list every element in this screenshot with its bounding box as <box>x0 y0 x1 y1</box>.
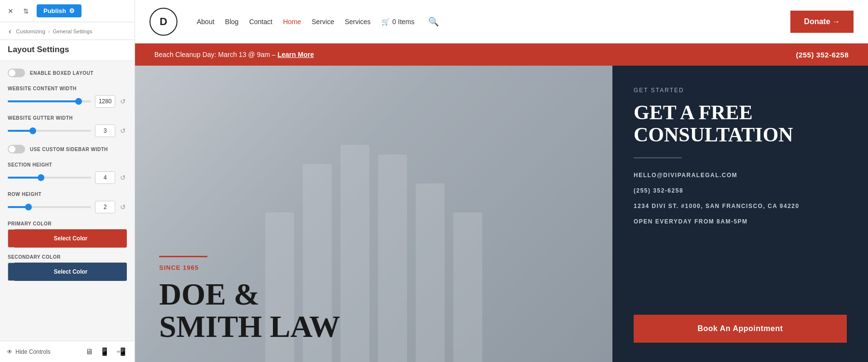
device-icons: 🖥 📱 📲 <box>83 346 128 357</box>
hero-section: SINCE 1965 DOE & SMITH LAW GET STARTED G… <box>135 66 868 362</box>
primary-color-swatch[interactable] <box>8 229 14 248</box>
toggle-custom-sidebar: Use Custom Sidebar Width <box>8 145 127 153</box>
contact-info: HELLO@DIVIPARALEGAL.COM (255) 352-6258 1… <box>634 172 847 301</box>
hero-since: SINCE 1965 <box>159 264 588 271</box>
eye-icon: 👁 <box>7 348 13 355</box>
hide-controls-label: Hide Controls <box>15 348 51 355</box>
slider-row-height-track[interactable] <box>8 206 91 208</box>
nav-links: About Blog Contact Home Service Services… <box>197 16 781 27</box>
primary-color-select-button[interactable]: Select Color <box>14 229 127 248</box>
nav-link-service[interactable]: Service <box>312 18 334 26</box>
toggle-boxed-layout: Enable Boxed Layout <box>8 69 127 77</box>
secondary-color-swatch[interactable] <box>8 263 14 281</box>
slider-section-height-label: Section Height <box>8 162 127 167</box>
breadcrumb-back-button[interactable]: ‹ <box>7 26 13 37</box>
tablet-icon-button[interactable]: 📱 <box>98 346 111 357</box>
cart-items: 0 Items <box>393 18 415 26</box>
toggle-boxed-layout-switch[interactable] <box>8 69 25 77</box>
announcement-text: Beach Cleanup Day: March 13 @ 9am – Lear… <box>154 51 314 58</box>
slider-gutter-width-value[interactable]: 3 <box>95 125 115 137</box>
preview-area: D About Blog Contact Home Service Servic… <box>135 0 868 362</box>
slider-section-height-reset[interactable]: ↺ <box>119 173 127 182</box>
secondary-color-section: Secondary Color Select Color <box>8 254 127 281</box>
slider-content-width: Website Content Width 1280 ↺ <box>8 86 127 108</box>
slider-gutter-width: Website Gutter Width 3 ↺ <box>8 115 127 137</box>
sort-button[interactable]: ⇅ <box>20 4 32 18</box>
slider-row-height-reset[interactable]: ↺ <box>119 202 127 212</box>
nav-link-about[interactable]: About <box>197 18 215 26</box>
slider-row-height: Row Height 2 ↺ <box>8 192 127 213</box>
desktop-icon-button[interactable]: 🖥 <box>83 346 95 357</box>
announcement-bar: Beach Cleanup Day: March 13 @ 9am – Lear… <box>135 43 868 66</box>
book-appointment-button[interactable]: Book An Appointment <box>634 315 847 343</box>
nav-link-blog[interactable]: Blog <box>225 18 239 26</box>
breadcrumb: ‹ Customizing › General Settings <box>0 22 135 40</box>
toggle-boxed-layout-label: Enable Boxed Layout <box>30 70 94 76</box>
breadcrumb-current: General Settings <box>53 28 93 34</box>
nav-search-icon[interactable]: 🔍 <box>428 16 439 27</box>
nav-link-home[interactable]: Home <box>283 18 301 26</box>
breadcrumb-prefix: Customizing <box>16 28 45 34</box>
panel-title: Layout Settings <box>0 40 135 61</box>
get-started-label: GET STARTED <box>634 87 847 94</box>
top-toolbar: ✕ ⇅ Publish ⚙ <box>0 0 135 22</box>
slider-section-height: Section Height 4 ↺ <box>8 162 127 184</box>
hero-title: DOE & SMITH LAW <box>159 278 588 343</box>
publish-button[interactable]: Publish ⚙ <box>37 4 81 17</box>
slider-row-height-value[interactable]: 2 <box>95 201 115 213</box>
announcement-phone: (255) 352-6258 <box>796 51 849 59</box>
toggle-custom-sidebar-label: Use Custom Sidebar Width <box>30 147 108 152</box>
slider-row-height-label: Row Height <box>8 192 127 197</box>
site-logo: D <box>149 8 177 36</box>
contact-phone: (255) 352-6258 <box>634 187 847 194</box>
toggle-custom-sidebar-switch[interactable] <box>8 145 25 153</box>
contact-address: 1234 DIVI ST. #1000, SAN FRANCISCO, CA 9… <box>634 203 847 209</box>
panel-content: Enable Boxed Layout Website Content Widt… <box>0 61 135 341</box>
hero-content: SINCE 1965 DOE & SMITH LAW <box>159 256 588 343</box>
donate-button[interactable]: Donate → <box>790 11 854 33</box>
left-panel: ✕ ⇅ Publish ⚙ ‹ Customizing › General Se… <box>0 0 135 362</box>
slider-content-width-label: Website Content Width <box>8 86 127 91</box>
nav-link-contact[interactable]: Contact <box>249 18 272 26</box>
contact-hours: OPEN EVERYDAY FROM 8AM-5PM <box>634 218 847 225</box>
slider-content-width-track[interactable] <box>8 100 91 102</box>
consultation-panel: GET STARTED GET A FREE CONSULTATION HELL… <box>612 66 868 362</box>
slider-section-height-track[interactable] <box>8 177 91 179</box>
site-nav: D About Blog Contact Home Service Servic… <box>135 0 868 43</box>
slider-gutter-width-label: Website Gutter Width <box>8 115 127 121</box>
close-button[interactable]: ✕ <box>5 4 16 18</box>
nav-cart[interactable]: 🛒 0 Items <box>381 18 415 26</box>
learn-more-link[interactable]: Learn More <box>277 51 313 58</box>
slider-content-width-reset[interactable]: ↺ <box>119 97 127 106</box>
hero-divider <box>159 256 207 257</box>
cart-icon: 🛒 <box>381 18 390 26</box>
mobile-icon-button[interactable]: 📲 <box>114 346 128 357</box>
primary-color-section: Primary Color Select Color <box>8 221 127 248</box>
contact-email: HELLO@DIVIPARALEGAL.COM <box>634 172 847 179</box>
slider-section-height-value[interactable]: 4 <box>95 171 115 184</box>
secondary-color-label: Secondary Color <box>8 254 127 260</box>
breadcrumb-separator: › <box>48 28 50 34</box>
slider-gutter-width-track[interactable] <box>8 130 91 132</box>
consultation-divider <box>634 157 682 158</box>
primary-color-label: Primary Color <box>8 221 127 226</box>
consultation-title: GET A FREE CONSULTATION <box>634 101 847 146</box>
nav-link-services[interactable]: Services <box>345 18 371 26</box>
hero-left: SINCE 1965 DOE & SMITH LAW <box>135 66 612 362</box>
bottom-bar: 👁 Hide Controls 🖥 📱 📲 <box>0 341 135 362</box>
gear-icon: ⚙ <box>69 7 75 14</box>
secondary-color-select-button[interactable]: Select Color <box>14 263 127 281</box>
hide-controls-button[interactable]: 👁 Hide Controls <box>7 348 51 355</box>
slider-content-width-value[interactable]: 1280 <box>95 95 115 108</box>
slider-gutter-width-reset[interactable]: ↺ <box>119 126 127 136</box>
